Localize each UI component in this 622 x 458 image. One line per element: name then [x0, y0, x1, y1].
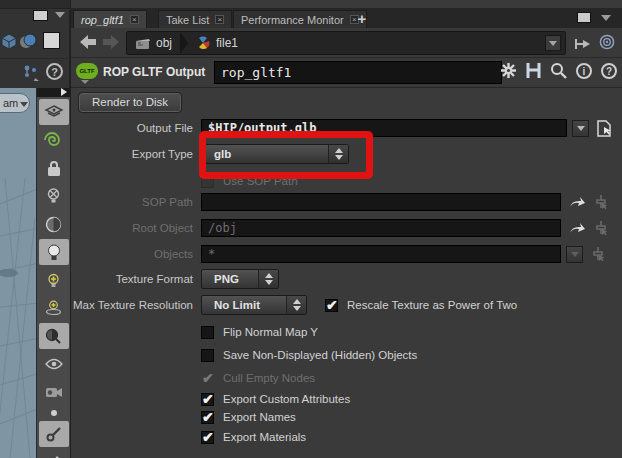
- lock-icon[interactable]: [39, 155, 69, 181]
- node-name-input[interactable]: rop_gltf1: [214, 61, 502, 84]
- export-custom-attributes-label: Export Custom Attributes: [223, 393, 350, 405]
- node-picker-icon: [593, 194, 609, 210]
- view-magnify-icon[interactable]: [39, 323, 69, 349]
- texture-format-dropdown[interactable]: PNG: [201, 269, 279, 289]
- export-names-checkbox[interactable]: [201, 411, 214, 424]
- cull-empty-nodes-label: Cull Empty Nodes: [223, 372, 315, 384]
- visibility-eye-icon[interactable]: [39, 351, 69, 377]
- export-materials-checkbox[interactable]: [201, 431, 214, 444]
- export-type-label: Export Type: [71, 148, 201, 160]
- chevron-down-icon: [20, 102, 28, 107]
- close-tab-icon[interactable]: ×: [130, 15, 139, 24]
- objects-menu-button: [566, 246, 583, 263]
- path-segment-obj[interactable]: obj: [127, 32, 180, 54]
- help-circle-icon[interactable]: ?: [46, 63, 63, 80]
- save-hidden-objects-checkbox[interactable]: [201, 349, 214, 362]
- pane-menu-arrow-icon[interactable]: [601, 15, 611, 21]
- dot-icon: [39, 407, 69, 419]
- tab-performance-monitor[interactable]: Performance Monitor ×: [233, 10, 367, 28]
- max-texture-resolution-label: Max Texture Resolution: [71, 299, 201, 311]
- export-custom-attributes-checkbox[interactable]: [201, 393, 214, 406]
- use-sop-path-checkbox: [201, 175, 214, 188]
- export-type-dropdown[interactable]: glb: [201, 144, 349, 164]
- camera-icon[interactable]: [39, 379, 69, 405]
- pen-icon[interactable]: [39, 449, 69, 458]
- export-names-label: Export Names: [223, 411, 296, 423]
- help-icon[interactable]: ?: [601, 63, 617, 79]
- rescale-texture-checkbox[interactable]: [325, 299, 338, 312]
- shaded-display-icon[interactable]: [19, 32, 37, 50]
- scene-view-pane: ? am: [0, 10, 70, 458]
- node-type-label: ROP GLTF Output: [103, 65, 205, 79]
- path-segment-file1[interactable]: file1: [188, 32, 246, 54]
- camera-select-button[interactable]: am: [0, 93, 30, 113]
- chevron-down-icon: [549, 41, 557, 46]
- output-file-input[interactable]: $HIP/output.glb: [201, 119, 567, 137]
- toolbar-scroll-button[interactable]: [37, 88, 70, 97]
- light-add-icon[interactable]: [39, 267, 69, 293]
- obj-network-icon: [135, 37, 151, 50]
- render-to-disk-button[interactable]: Render to Disk: [79, 93, 181, 112]
- output-file-label: Output File: [71, 122, 201, 134]
- rescale-texture-label: Rescale Texture as Power of Two: [347, 299, 517, 311]
- box-display-icon[interactable]: [0, 32, 18, 50]
- root-object-label: Root Object: [71, 222, 201, 234]
- pane-tab-bar: rop_gltf1 × Take List × Performance Moni…: [71, 8, 622, 28]
- viewport-3d[interactable]: am: [0, 88, 36, 458]
- close-tab-icon[interactable]: ×: [215, 15, 224, 24]
- sop-path-input[interactable]: [201, 193, 561, 211]
- texture-format-label: Texture Format: [71, 273, 201, 285]
- spinner-arrows-icon: [258, 270, 278, 288]
- tab-rop-gltf1[interactable]: rop_gltf1 ×: [73, 10, 147, 28]
- new-tab-button[interactable]: +: [351, 10, 373, 28]
- output-file-menu-button[interactable]: [572, 120, 589, 137]
- light-bulb-icon[interactable]: [39, 239, 69, 265]
- pane-maximize-button[interactable]: [33, 10, 48, 21]
- use-sop-path-label: Use SOP Path: [223, 175, 298, 187]
- export-materials-label: Export Materials: [223, 431, 306, 443]
- gltf-node-badge-icon[interactable]: GLTF: [76, 63, 98, 79]
- node-header: GLTF ROP GLTF Output rop_gltf1 i ?: [71, 58, 622, 88]
- pane-menu-arrow-icon[interactable]: [55, 12, 65, 18]
- select-spiral-icon[interactable]: [39, 127, 69, 153]
- file-chooser-icon[interactable]: [596, 120, 612, 137]
- wrench-icon[interactable]: [39, 421, 69, 447]
- houdini-window: Light Camera ? am: [0, 0, 622, 458]
- chevron-down-icon: [571, 252, 579, 257]
- spinner-arrows-icon: [286, 296, 306, 314]
- scene-view-toolbar: ?: [0, 10, 70, 88]
- view-layers-icon[interactable]: [39, 99, 69, 125]
- gear-icon[interactable]: [500, 62, 517, 79]
- divider: [0, 58, 70, 59]
- op-path-arrow-icon[interactable]: [568, 196, 585, 209]
- spinner-arrows-icon: [328, 145, 348, 163]
- op-path-arrow-icon[interactable]: [568, 222, 585, 235]
- info-icon[interactable]: i: [576, 63, 592, 79]
- node-picker-icon: [593, 220, 609, 236]
- light-ground-icon[interactable]: [39, 295, 69, 321]
- pin-icon[interactable]: [574, 36, 592, 52]
- path-field[interactable]: obj file1: [126, 31, 566, 55]
- viewport-grid: [0, 88, 36, 458]
- chevron-down-icon: [577, 126, 585, 131]
- path-history-dropdown[interactable]: [545, 35, 561, 51]
- objects-input[interactable]: *: [201, 245, 561, 263]
- pane-maximize-button[interactable]: [577, 12, 591, 23]
- gltf-node-icon: [196, 36, 211, 50]
- save-hidden-objects-label: Save Non-Displayed (Hidden) Objects: [223, 349, 417, 361]
- houdini-h-icon[interactable]: [526, 62, 541, 79]
- cull-empty-nodes-checkbox: [201, 372, 214, 385]
- flip-normal-map-checkbox[interactable]: [201, 326, 214, 339]
- link-target-icon[interactable]: [598, 34, 616, 50]
- sphere-icon[interactable]: [39, 211, 69, 237]
- node-picker-icon: [590, 246, 606, 262]
- display-option-button[interactable]: [43, 32, 60, 49]
- light-off-icon[interactable]: [39, 183, 69, 209]
- chevron-down-icon: [81, 80, 89, 84]
- network-hierarchy-icon[interactable]: [22, 64, 40, 82]
- back-arrow-icon[interactable]: [79, 34, 97, 50]
- root-object-input[interactable]: /obj: [201, 219, 561, 237]
- search-icon[interactable]: [550, 62, 567, 79]
- tab-take-list[interactable]: Take List ×: [158, 10, 232, 28]
- max-texture-resolution-dropdown[interactable]: No Limit: [201, 295, 307, 315]
